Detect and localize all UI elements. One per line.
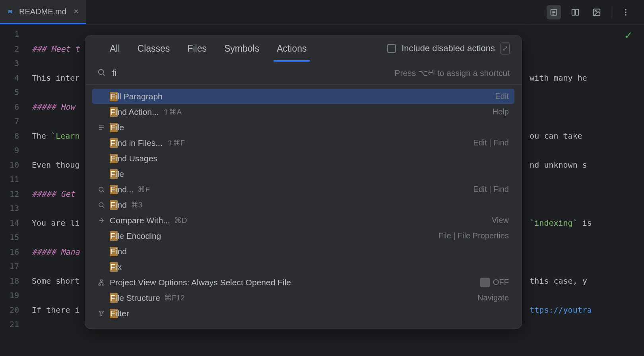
tab-group: M↓ README.md × [0,0,86,24]
result-label: Find [110,200,127,210]
more-icon[interactable] [619,5,633,19]
result-row[interactable]: File EncodingFile | File Properties [92,228,514,244]
result-row[interactable]: Find Action...⇧⌘AHelp [92,104,514,120]
shortcut-label: ⌘3 [131,200,143,209]
editor-tab[interactable]: M↓ README.md × [0,0,86,24]
line-number: 7 [0,114,32,129]
search-row: Press ⌥⏎ to assign a shortcut [85,62,522,85]
result-category: Edit | Find [473,185,509,194]
svg-rect-21 [99,284,101,285]
result-category: Edit | Find [473,138,509,147]
svg-rect-5 [576,9,578,15]
result-row[interactable]: Compare With...⌘DView [92,213,514,228]
result-label: File [110,169,124,179]
svg-line-17 [103,191,104,192]
line-number: 21 [0,317,32,332]
results-list: Fill ParagraphEditFind Action...⇧⌘AHelpF… [85,85,522,329]
result-row[interactable]: Fix [92,259,514,275]
line-number: 13 [0,201,32,216]
result-label: File [110,123,124,132]
svg-point-16 [99,187,103,192]
result-row[interactable]: Find⌘3 [92,197,514,213]
result-category: OFF [480,278,509,287]
line-number: 14 [0,216,32,230]
line-number: 5 [0,85,32,100]
tab-actions[interactable]: Actions [268,35,315,62]
tab-bar: M↓ README.md × [0,0,644,25]
result-category: File | File Properties [438,231,509,240]
result-row[interactable]: File [92,166,514,182]
toolbar-right [547,5,644,19]
tab-filename: README.md [19,7,66,16]
svg-point-7 [595,10,596,12]
result-row[interactable]: File Structure⌘F12Navigate [92,290,514,306]
image-icon[interactable] [590,5,604,19]
shortcut-label: ⌘F [138,185,150,194]
line-number: 12 [0,187,32,201]
line-number: 19 [0,288,32,303]
shortcut-label: ⇧⌘F [167,138,185,147]
svg-line-12 [103,74,105,75]
result-row[interactable]: File [92,120,514,135]
shortcut-label: ⌘D [174,216,187,225]
filter-icon [98,310,110,317]
search-icon [97,68,106,78]
line-number: 20 [0,303,32,317]
svg-point-8 [625,9,627,10]
result-row[interactable]: Find in Files...⇧⌘FEdit | Find [92,135,514,151]
line-number: 18 [0,274,32,288]
svg-rect-22 [102,284,104,285]
shortcut-label: ⌘F12 [164,293,185,302]
tab-files[interactable]: Files [178,35,215,62]
tab-symbols[interactable]: Symbols [215,35,268,62]
split-view-icon[interactable] [568,5,582,19]
result-row[interactable]: Find [92,244,514,259]
result-label: Fill Paragraph [110,92,163,101]
result-label: Find Usages [110,154,157,163]
line-number: 17 [0,259,32,274]
svg-rect-20 [101,280,103,281]
result-label: Fix [110,262,122,272]
result-label: Compare With... [110,216,170,225]
result-label: File Structure [110,293,160,303]
shortcut-label: ⇧⌘A [163,107,182,116]
search-icon [98,186,110,193]
search-everywhere-popup: All Classes Files Symbols Actions Includ… [85,35,522,329]
result-row[interactable]: Project View Options: Always Select Open… [92,275,514,290]
line-number: 6 [0,100,32,114]
lines-icon [98,124,110,131]
line-number: 3 [0,56,32,71]
search-input[interactable] [112,68,395,78]
close-icon[interactable]: × [74,6,79,17]
line-number: 1 [0,27,32,42]
search-hint: Press ⌥⏎ to assign a shortcut [395,68,510,78]
result-category: Navigate [477,293,509,302]
toggle-off[interactable]: OFF [480,278,509,287]
gutter: 123456789101112131415161718192021 [0,25,32,356]
line-number: 4 [0,71,32,85]
line-number: 15 [0,230,32,245]
svg-point-11 [99,69,104,74]
line-number: 16 [0,245,32,259]
compare-icon [98,217,110,224]
svg-rect-4 [572,9,575,15]
result-category: View [492,216,509,225]
reader-view-icon[interactable] [547,5,561,19]
result-row[interactable]: Find...⌘FEdit | Find [92,182,514,197]
svg-point-18 [99,203,103,207]
result-label: Filter [110,309,129,318]
tree-icon [98,279,110,286]
result-category: Edit [495,92,509,101]
result-label: Find... [110,185,134,194]
popup-tabs: All Classes Files Symbols Actions Includ… [85,35,522,62]
tab-all[interactable]: All [101,35,129,62]
result-row[interactable]: Fill ParagraphEdit [92,89,514,104]
expand-icon[interactable]: ⤢ [500,43,510,54]
result-row[interactable]: Find Usages [92,151,514,166]
line-number: 9 [0,143,32,158]
tab-classes[interactable]: Classes [129,35,179,62]
search-icon [98,201,110,209]
result-label: Find Action... [110,107,159,117]
include-disabled-checkbox[interactable] [387,44,396,53]
result-row[interactable]: Filter [92,306,514,321]
